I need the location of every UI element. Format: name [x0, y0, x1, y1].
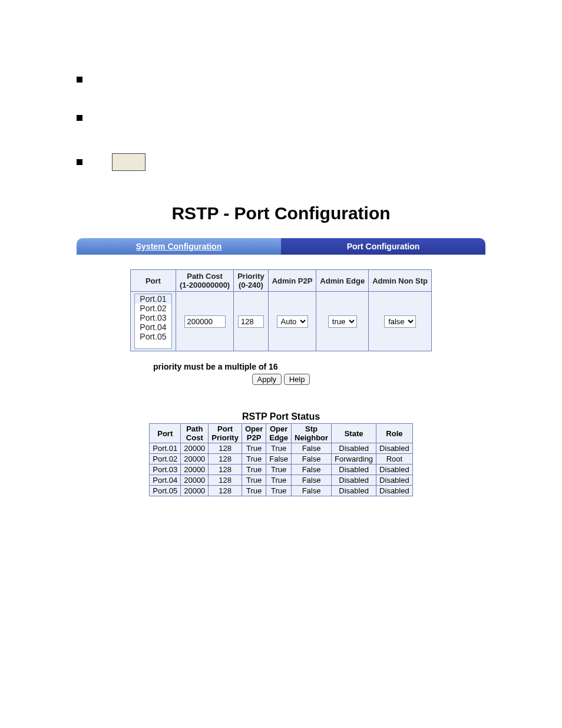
tab-system-configuration[interactable]: System Configuration: [77, 238, 281, 255]
col-oper-p2p: OperP2P: [242, 424, 266, 443]
cell-oper_p2p: True: [242, 454, 266, 465]
cell-state: Disabled: [332, 486, 376, 496]
col-port-priority: PortPriority: [209, 424, 242, 443]
cell-port: Port.01: [150, 443, 181, 454]
color-swatch: [112, 153, 146, 171]
cell-path_cost: 20000: [181, 475, 209, 486]
cell-role: Disabled: [376, 486, 413, 496]
cell-role: Disabled: [376, 475, 413, 486]
cell-oper_p2p: True: [242, 443, 266, 454]
cell-role: Disabled: [376, 443, 413, 454]
cell-state: Disabled: [332, 465, 376, 475]
admin-non-stp-select[interactable]: false: [384, 315, 416, 328]
cell-oper_p2p: True: [242, 486, 266, 496]
priority-input[interactable]: [238, 315, 264, 328]
path-cost-input[interactable]: [184, 315, 226, 328]
port-list-item[interactable]: Port.03: [135, 313, 171, 322]
table-row: Port.0120000128TrueTrueFalseDisabledDisa…: [150, 443, 412, 454]
cell-oper_edge: True: [266, 486, 292, 496]
col-port: Port: [150, 424, 181, 443]
table-row: Port.0220000128TrueFalseFalseForwardingR…: [150, 454, 412, 465]
apply-button[interactable]: Apply: [252, 374, 282, 385]
priority-note: priority must be a multiple of 16: [153, 362, 562, 371]
cell-role: Disabled: [376, 465, 413, 475]
cell-stp_neighbor: False: [292, 465, 332, 475]
col-oper-edge: OperEdge: [266, 424, 292, 443]
cell-priority: 128: [209, 454, 242, 465]
col-priority: Priority (0-240): [234, 270, 269, 292]
cell-stp_neighbor: False: [292, 475, 332, 486]
cell-priority: 128: [209, 486, 242, 496]
page-title: RSTP - Port Configuration: [0, 203, 562, 223]
col-path-cost: Path Cost (1-200000000): [176, 270, 233, 292]
bullet-icon: [77, 115, 82, 121]
port-select-list[interactable]: Port.01Port.02Port.03Port.04Port.05: [134, 294, 172, 349]
col-role: Role: [376, 424, 413, 443]
port-list-item[interactable]: Port.05: [135, 332, 171, 341]
cell-port: Port.05: [150, 486, 181, 496]
col-state: State: [332, 424, 376, 443]
cell-role: Root: [376, 454, 413, 465]
cell-priority: 128: [209, 475, 242, 486]
cell-port: Port.03: [150, 465, 181, 475]
col-admin-edge: Admin Edge: [316, 270, 369, 292]
col-admin-non-stp: Admin Non Stp: [369, 270, 432, 292]
col-stp-neighbor: StpNeighbor: [292, 424, 332, 443]
tab-bar: System Configuration Port Configuration: [77, 238, 485, 255]
cell-stp_neighbor: False: [292, 486, 332, 496]
cell-stp_neighbor: False: [292, 443, 332, 454]
cell-priority: 128: [209, 443, 242, 454]
table-row: Port.0520000128TrueTrueFalseDisabledDisa…: [150, 486, 412, 496]
cell-state: Disabled: [332, 443, 376, 454]
cell-oper_edge: True: [266, 475, 292, 486]
bullet-icon: [77, 77, 82, 83]
cell-path_cost: 20000: [181, 454, 209, 465]
cell-path_cost: 20000: [181, 465, 209, 475]
config-table: Port Path Cost (1-200000000) Priority (0…: [130, 269, 432, 351]
cell-path_cost: 20000: [181, 486, 209, 496]
table-row: Port.0320000128TrueTrueFalseDisabledDisa…: [150, 465, 412, 475]
cell-stp_neighbor: False: [292, 454, 332, 465]
cell-state: Disabled: [332, 475, 376, 486]
col-admin-p2p: Admin P2P: [268, 270, 316, 292]
bullet-icon: [77, 159, 82, 165]
col-port: Port: [130, 270, 176, 292]
cell-oper_p2p: True: [242, 465, 266, 475]
port-list-item[interactable]: Port.02: [135, 304, 171, 313]
col-path-cost: PathCost: [181, 424, 209, 443]
help-button[interactable]: Help: [284, 374, 310, 385]
admin-edge-select[interactable]: true: [328, 315, 357, 328]
cell-oper_p2p: True: [242, 475, 266, 486]
tab-port-configuration[interactable]: Port Configuration: [281, 238, 485, 255]
cell-state: Forwarding: [332, 454, 376, 465]
cell-priority: 128: [209, 465, 242, 475]
cell-oper_edge: True: [266, 443, 292, 454]
table-row: Port.0420000128TrueTrueFalseDisabledDisa…: [150, 475, 412, 486]
cell-port: Port.04: [150, 475, 181, 486]
cell-oper_edge: False: [266, 454, 292, 465]
port-list-item[interactable]: Port.01: [135, 294, 171, 304]
cell-oper_edge: True: [266, 465, 292, 475]
port-list-item[interactable]: Port.04: [135, 322, 171, 332]
status-table: Port PathCost PortPriority OperP2P OperE…: [149, 423, 412, 496]
cell-port: Port.02: [150, 454, 181, 465]
status-title: RSTP Port Status: [0, 411, 562, 422]
cell-path_cost: 20000: [181, 443, 209, 454]
admin-p2p-select[interactable]: Auto: [277, 315, 308, 328]
